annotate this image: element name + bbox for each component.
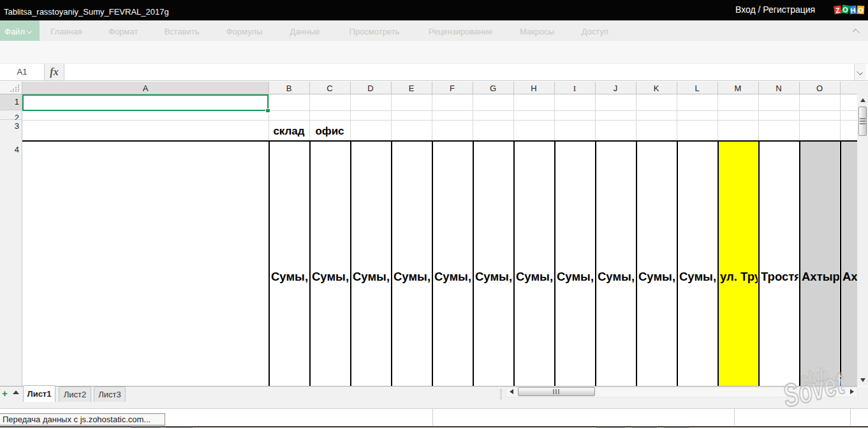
svg-text:Sovet: Sovet: [779, 364, 848, 414]
